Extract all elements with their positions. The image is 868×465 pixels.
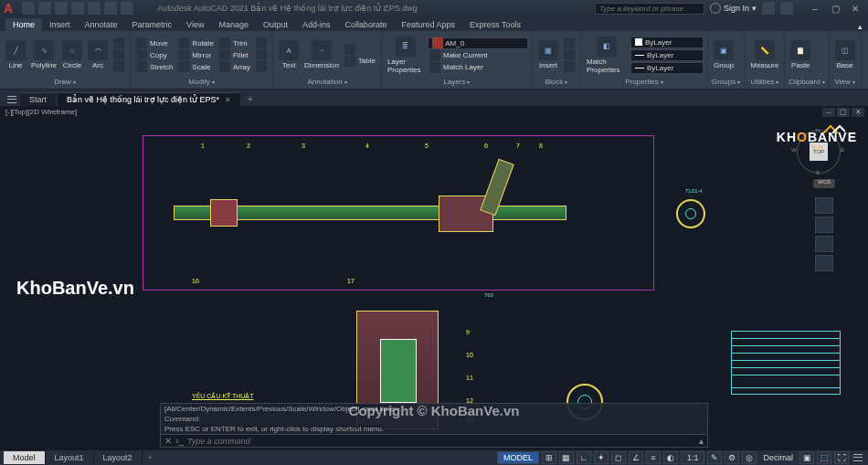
- panel-label-view[interactable]: View: [833, 77, 857, 87]
- layout-add-button[interactable]: +: [143, 451, 158, 464]
- ribbon-tab-output[interactable]: Output: [256, 18, 295, 31]
- array-button[interactable]: Array: [217, 61, 252, 72]
- ribbon-tab-manage[interactable]: Manage: [211, 18, 256, 31]
- qat-open-icon[interactable]: [38, 2, 51, 15]
- autodesk-app-icon[interactable]: [762, 2, 775, 15]
- vp-close-button[interactable]: ✕: [852, 108, 864, 117]
- group-button[interactable]: ▣Group: [712, 40, 736, 69]
- ribbon-tab-home[interactable]: Home: [5, 18, 42, 31]
- qat-redo-icon[interactable]: [121, 2, 133, 15]
- draw-extra-1[interactable]: [111, 37, 126, 48]
- status-units[interactable]: Decimal: [759, 453, 797, 462]
- layer-dropdown[interactable]: AM_0: [428, 37, 528, 49]
- viewport-label[interactable]: [-][Top][2D Wireframe]: [5, 108, 77, 116]
- panel-label-utilities[interactable]: Utilities: [748, 77, 780, 87]
- fillet-button[interactable]: Fillet: [217, 49, 252, 60]
- arc-button[interactable]: ◠Arc: [86, 40, 110, 69]
- layout-tab-layout1[interactable]: Layout1: [46, 451, 94, 464]
- status-osnap-icon[interactable]: ◻: [611, 451, 626, 464]
- status-workspace-icon[interactable]: ◎: [742, 451, 757, 464]
- status-polar-icon[interactable]: ✦: [594, 451, 609, 464]
- lineweight-dropdown[interactable]: ByLayer: [630, 49, 704, 61]
- ribbon-tab-annotate[interactable]: Annotate: [78, 18, 125, 31]
- panel-label-block[interactable]: Block: [536, 77, 577, 87]
- polyline-button[interactable]: ∿Polyline: [29, 40, 58, 69]
- linetype-dropdown[interactable]: ByLayer: [630, 62, 704, 74]
- status-isolate-icon[interactable]: ▣: [799, 451, 814, 464]
- stretch-button[interactable]: Stretch: [134, 61, 175, 72]
- leader-button[interactable]: [343, 44, 377, 55]
- color-dropdown[interactable]: ByLayer: [630, 37, 704, 48]
- maximize-button[interactable]: ▢: [826, 2, 844, 15]
- ribbon-tab-collaborate[interactable]: Collaborate: [338, 18, 395, 31]
- drawing-canvas[interactable]: TL01:4 1 2 3 4 5 6 7 8 16 17 760 9 10 11…: [137, 119, 841, 449]
- close-button[interactable]: ✕: [846, 2, 864, 15]
- paste-button[interactable]: 📋Paste: [789, 40, 812, 69]
- status-model-button[interactable]: MODEL: [497, 451, 539, 464]
- layer-properties-button[interactable]: ≣Layer Properties: [386, 37, 426, 74]
- dimension-button[interactable]: ↔Dimension: [302, 40, 341, 69]
- panel-label-groups[interactable]: Groups: [712, 77, 740, 87]
- cmd-recent-icon[interactable]: ▴: [699, 436, 704, 446]
- status-lweight-icon[interactable]: ≡: [646, 451, 661, 464]
- panel-label-clipboard[interactable]: Clipboard: [789, 77, 824, 87]
- status-grid-icon[interactable]: ⊞: [542, 451, 556, 464]
- draw-extra-2[interactable]: [111, 49, 126, 60]
- status-scale-button[interactable]: 1:1: [681, 451, 705, 464]
- modify-extra-3[interactable]: [254, 61, 269, 72]
- status-otrack-icon[interactable]: ∠: [629, 451, 643, 464]
- vp-max-button[interactable]: ▢: [837, 108, 850, 117]
- vp-min-button[interactable]: –: [822, 108, 835, 117]
- ribbon-collapse-icon[interactable]: ▴: [852, 22, 868, 31]
- text-button[interactable]: AText: [277, 40, 301, 69]
- ribbon-tab-view[interactable]: View: [179, 18, 211, 31]
- layout-tab-model[interactable]: Model: [4, 451, 46, 464]
- qat-plot-icon[interactable]: [88, 2, 101, 15]
- status-clean-icon[interactable]: ⛶: [834, 451, 849, 464]
- measure-button[interactable]: 📏Measure: [748, 40, 780, 69]
- panel-label-draw[interactable]: Draw: [4, 77, 126, 87]
- ribbon-tab-addins[interactable]: Add-ins: [295, 18, 338, 31]
- move-button[interactable]: Move: [134, 37, 175, 48]
- ribbon-tab-express[interactable]: Express Tools: [462, 18, 528, 31]
- modify-extra-2[interactable]: [254, 49, 269, 60]
- status-gear-icon[interactable]: ⚙: [725, 451, 739, 464]
- status-snap-icon[interactable]: ▦: [559, 451, 574, 464]
- panel-label-modify[interactable]: Modify: [134, 77, 269, 87]
- qat-saveas-icon[interactable]: [71, 2, 84, 15]
- qat-save-icon[interactable]: [55, 2, 68, 15]
- base-button[interactable]: ◫Base: [833, 40, 857, 69]
- new-tab-button[interactable]: +: [242, 92, 259, 106]
- help-icon[interactable]: [780, 2, 793, 15]
- block-attr-button[interactable]: [562, 61, 577, 72]
- viewport[interactable]: [-][Top][2D Wireframe] – ▢ ✕ KhoBanVe.vn…: [0, 106, 868, 449]
- circle-button[interactable]: ○Circle: [60, 40, 84, 69]
- modify-extra-1[interactable]: [254, 37, 269, 48]
- command-input[interactable]: [187, 437, 695, 446]
- file-tab-start[interactable]: Start: [20, 92, 56, 106]
- block-create-button[interactable]: [562, 37, 577, 48]
- minimize-button[interactable]: –: [806, 2, 824, 15]
- sign-in-button[interactable]: Sign In ▾: [710, 3, 757, 14]
- table-button[interactable]: Table: [343, 56, 377, 67]
- layout-tab-layout2[interactable]: Layout2: [94, 451, 143, 464]
- status-customize-icon[interactable]: [852, 451, 864, 464]
- draw-extra-3[interactable]: [111, 61, 126, 72]
- match-layer-button[interactable]: Match Layer: [428, 62, 528, 73]
- block-edit-button[interactable]: [562, 49, 577, 60]
- make-current-button[interactable]: Make Current: [428, 50, 528, 61]
- trim-button[interactable]: Trim: [217, 37, 252, 48]
- file-tab-drawing[interactable]: Bản vẽ Hệ thống lái trợ lực điện tử EPS*…: [58, 92, 240, 106]
- qat-new-icon[interactable]: [22, 2, 35, 15]
- status-hardware-icon[interactable]: ⬚: [817, 451, 831, 464]
- qat-undo-icon[interactable]: [104, 2, 117, 15]
- panel-label-layers[interactable]: Layers: [386, 77, 528, 87]
- rotate-button[interactable]: Rotate: [176, 37, 216, 48]
- ribbon-tab-insert[interactable]: Insert: [42, 18, 78, 31]
- status-anno-icon[interactable]: ✎: [707, 451, 722, 464]
- scale-button[interactable]: Scale: [176, 61, 216, 72]
- cmd-close-icon[interactable]: ✕: [164, 436, 172, 446]
- insert-button[interactable]: ▦Insert: [536, 40, 560, 69]
- app-logo[interactable]: A: [4, 1, 13, 16]
- copy-button[interactable]: Copy: [134, 49, 175, 60]
